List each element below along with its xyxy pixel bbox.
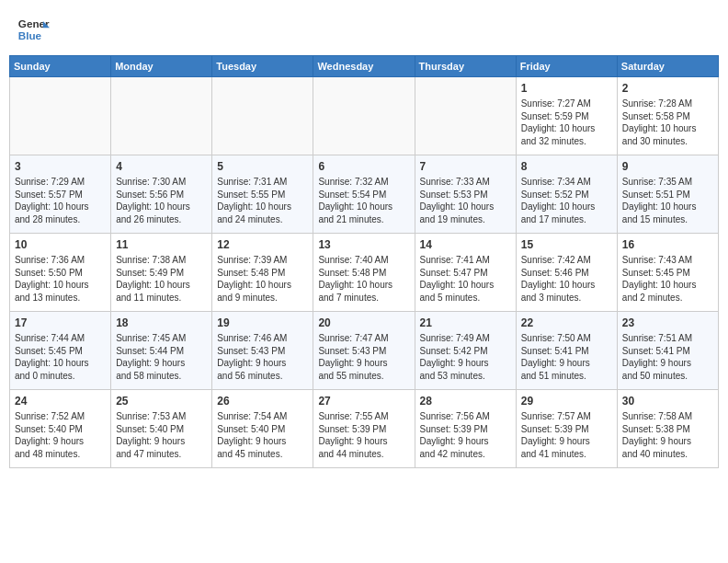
day-number: 7	[420, 159, 511, 174]
day-number: 30	[622, 394, 713, 408]
day-number: 2	[622, 81, 713, 96]
calendar-cell	[212, 77, 313, 155]
day-info: Sunrise: 7:58 AMSunset: 5:38 PMDaylight:…	[622, 410, 713, 460]
calendar-cell: 7Sunrise: 7:33 AMSunset: 5:53 PMDaylight…	[415, 155, 516, 234]
day-number: 11	[116, 237, 207, 252]
day-info: Sunrise: 7:28 AMSunset: 5:58 PMDaylight:…	[622, 98, 713, 147]
day-number: 5	[217, 159, 308, 174]
day-number: 29	[521, 394, 612, 408]
day-info: Sunrise: 7:51 AMSunset: 5:41 PMDaylight:…	[622, 332, 713, 382]
week-row-3: 10Sunrise: 7:36 AMSunset: 5:50 PMDayligh…	[10, 234, 719, 312]
day-number: 9	[622, 159, 713, 174]
day-number: 8	[521, 159, 612, 174]
calendar-cell: 21Sunrise: 7:49 AMSunset: 5:42 PMDayligh…	[415, 312, 516, 390]
column-header-friday: Friday	[516, 56, 617, 77]
calendar-cell: 8Sunrise: 7:34 AMSunset: 5:52 PMDaylight…	[516, 155, 617, 234]
calendar-cell: 23Sunrise: 7:51 AMSunset: 5:41 PMDayligh…	[617, 312, 718, 390]
day-info: Sunrise: 7:30 AMSunset: 5:56 PMDaylight:…	[116, 176, 207, 225]
day-number: 19	[217, 316, 308, 330]
day-number: 22	[521, 316, 612, 330]
calendar-cell: 3Sunrise: 7:29 AMSunset: 5:57 PMDaylight…	[10, 155, 111, 234]
column-header-sunday: Sunday	[10, 56, 111, 77]
day-info: Sunrise: 7:41 AMSunset: 5:47 PMDaylight:…	[420, 254, 511, 304]
week-row-5: 24Sunrise: 7:52 AMSunset: 5:40 PMDayligh…	[10, 390, 719, 468]
calendar-cell	[415, 77, 516, 155]
column-header-thursday: Thursday	[415, 56, 516, 77]
calendar-cell: 24Sunrise: 7:52 AMSunset: 5:40 PMDayligh…	[10, 390, 111, 468]
day-number: 21	[420, 316, 511, 330]
day-info: Sunrise: 7:50 AMSunset: 5:41 PMDaylight:…	[521, 332, 612, 382]
day-number: 17	[15, 316, 106, 330]
calendar-cell: 14Sunrise: 7:41 AMSunset: 5:47 PMDayligh…	[415, 234, 516, 312]
day-number: 1	[521, 81, 612, 96]
day-number: 4	[116, 159, 207, 174]
calendar-cell: 18Sunrise: 7:45 AMSunset: 5:44 PMDayligh…	[111, 312, 212, 390]
calendar-cell: 29Sunrise: 7:57 AMSunset: 5:39 PMDayligh…	[516, 390, 617, 468]
calendar-header-row: SundayMondayTuesdayWednesdayThursdayFrid…	[10, 56, 719, 77]
day-info: Sunrise: 7:46 AMSunset: 5:43 PMDaylight:…	[217, 332, 308, 382]
page-header: General Blue	[9, 9, 719, 50]
calendar-cell: 5Sunrise: 7:31 AMSunset: 5:55 PMDaylight…	[212, 155, 313, 234]
day-number: 23	[622, 316, 713, 330]
day-info: Sunrise: 7:57 AMSunset: 5:39 PMDaylight:…	[521, 410, 612, 460]
day-number: 27	[318, 394, 409, 408]
day-info: Sunrise: 7:56 AMSunset: 5:39 PMDaylight:…	[420, 410, 511, 460]
day-info: Sunrise: 7:53 AMSunset: 5:40 PMDaylight:…	[116, 410, 207, 460]
day-info: Sunrise: 7:38 AMSunset: 5:49 PMDaylight:…	[116, 254, 207, 304]
calendar-cell: 4Sunrise: 7:30 AMSunset: 5:56 PMDaylight…	[111, 155, 212, 234]
day-number: 13	[318, 237, 409, 252]
day-number: 26	[217, 394, 308, 408]
day-info: Sunrise: 7:52 AMSunset: 5:40 PMDaylight:…	[15, 410, 106, 460]
day-number: 25	[116, 394, 207, 408]
day-info: Sunrise: 7:33 AMSunset: 5:53 PMDaylight:…	[420, 176, 511, 225]
day-info: Sunrise: 7:35 AMSunset: 5:51 PMDaylight:…	[622, 176, 713, 225]
calendar-cell: 28Sunrise: 7:56 AMSunset: 5:39 PMDayligh…	[415, 390, 516, 468]
calendar-cell	[313, 77, 415, 155]
logo: General Blue	[17, 13, 50, 46]
day-number: 28	[420, 394, 511, 408]
day-info: Sunrise: 7:34 AMSunset: 5:52 PMDaylight:…	[521, 176, 612, 225]
day-info: Sunrise: 7:44 AMSunset: 5:45 PMDaylight:…	[15, 332, 106, 382]
day-info: Sunrise: 7:54 AMSunset: 5:40 PMDaylight:…	[217, 410, 308, 460]
svg-text:Blue: Blue	[18, 29, 42, 41]
day-number: 3	[15, 159, 106, 174]
day-info: Sunrise: 7:39 AMSunset: 5:48 PMDaylight:…	[217, 254, 308, 304]
day-number: 10	[15, 237, 106, 252]
day-info: Sunrise: 7:42 AMSunset: 5:46 PMDaylight:…	[521, 254, 612, 304]
column-header-monday: Monday	[111, 56, 212, 77]
day-info: Sunrise: 7:32 AMSunset: 5:54 PMDaylight:…	[318, 176, 409, 225]
calendar-cell: 27Sunrise: 7:55 AMSunset: 5:39 PMDayligh…	[313, 390, 415, 468]
day-number: 6	[318, 159, 409, 174]
calendar-cell: 12Sunrise: 7:39 AMSunset: 5:48 PMDayligh…	[212, 234, 313, 312]
calendar-cell: 30Sunrise: 7:58 AMSunset: 5:38 PMDayligh…	[617, 390, 718, 468]
day-number: 18	[116, 316, 207, 330]
calendar-cell: 17Sunrise: 7:44 AMSunset: 5:45 PMDayligh…	[10, 312, 111, 390]
calendar-cell: 22Sunrise: 7:50 AMSunset: 5:41 PMDayligh…	[516, 312, 617, 390]
week-row-2: 3Sunrise: 7:29 AMSunset: 5:57 PMDaylight…	[10, 155, 719, 234]
day-number: 15	[521, 237, 612, 252]
calendar-cell: 15Sunrise: 7:42 AMSunset: 5:46 PMDayligh…	[516, 234, 617, 312]
logo-icon: General Blue	[17, 13, 50, 46]
calendar-cell: 2Sunrise: 7:28 AMSunset: 5:58 PMDaylight…	[617, 77, 718, 155]
day-info: Sunrise: 7:29 AMSunset: 5:57 PMDaylight:…	[15, 176, 106, 225]
day-number: 24	[15, 394, 106, 408]
column-header-saturday: Saturday	[617, 56, 718, 77]
day-info: Sunrise: 7:43 AMSunset: 5:45 PMDaylight:…	[622, 254, 713, 304]
calendar-cell: 20Sunrise: 7:47 AMSunset: 5:43 PMDayligh…	[313, 312, 415, 390]
day-info: Sunrise: 7:36 AMSunset: 5:50 PMDaylight:…	[15, 254, 106, 304]
day-info: Sunrise: 7:45 AMSunset: 5:44 PMDaylight:…	[116, 332, 207, 382]
calendar-table: SundayMondayTuesdayWednesdayThursdayFrid…	[9, 55, 719, 468]
column-header-tuesday: Tuesday	[212, 56, 313, 77]
calendar-cell	[10, 77, 111, 155]
column-header-wednesday: Wednesday	[313, 56, 415, 77]
day-info: Sunrise: 7:47 AMSunset: 5:43 PMDaylight:…	[318, 332, 409, 382]
calendar-cell: 11Sunrise: 7:38 AMSunset: 5:49 PMDayligh…	[111, 234, 212, 312]
calendar-cell: 6Sunrise: 7:32 AMSunset: 5:54 PMDaylight…	[313, 155, 415, 234]
calendar-cell: 16Sunrise: 7:43 AMSunset: 5:45 PMDayligh…	[617, 234, 718, 312]
day-info: Sunrise: 7:49 AMSunset: 5:42 PMDaylight:…	[420, 332, 511, 382]
calendar-cell: 25Sunrise: 7:53 AMSunset: 5:40 PMDayligh…	[111, 390, 212, 468]
day-info: Sunrise: 7:31 AMSunset: 5:55 PMDaylight:…	[217, 176, 308, 225]
week-row-1: 1Sunrise: 7:27 AMSunset: 5:59 PMDaylight…	[10, 77, 719, 155]
day-number: 16	[622, 237, 713, 252]
calendar-cell: 13Sunrise: 7:40 AMSunset: 5:48 PMDayligh…	[313, 234, 415, 312]
